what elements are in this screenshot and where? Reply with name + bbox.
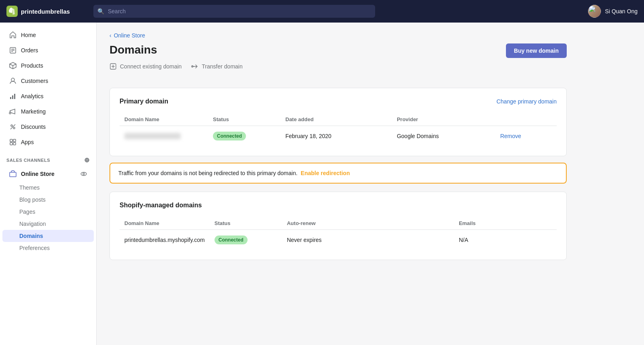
sidebar-label-discounts: Discounts: [21, 124, 45, 130]
remove-domain-link[interactable]: Remove: [500, 133, 521, 139]
orders-icon: [9, 46, 17, 54]
apps-icon: [9, 138, 17, 146]
sidebar-item-orders[interactable]: Orders: [2, 43, 94, 58]
transfer-domain-link[interactable]: Transfer domain: [191, 63, 242, 70]
connect-domain-icon: [109, 63, 117, 70]
sidebar-sub-item-preferences[interactable]: Preferences: [2, 242, 94, 254]
top-navigation: printedumbrellas 🔍 Si Quan Ong: [0, 0, 644, 23]
svg-rect-16: [13, 139, 16, 142]
search-container: 🔍: [93, 5, 375, 18]
svg-point-21: [83, 173, 85, 175]
eye-icon[interactable]: [80, 170, 87, 178]
sidebar-sub-item-navigation[interactable]: Navigation: [2, 218, 94, 230]
primary-domain-header: Primary domain Change primary domain: [120, 98, 557, 105]
analytics-icon: [9, 92, 17, 100]
status-badge: Connected: [213, 132, 246, 140]
brand-logo[interactable]: printedumbrellas: [6, 6, 87, 17]
user-name: Si Quan Ong: [605, 8, 638, 14]
domain-name-cell: [120, 126, 208, 147]
sidebar-label-products: Products: [21, 62, 43, 69]
sales-channels-header: SALES CHANNELS ⊕: [0, 150, 96, 166]
col-header-domain-name-2: Domain Name: [120, 217, 210, 230]
svg-rect-15: [10, 139, 12, 142]
svg-line-5: [10, 64, 13, 66]
products-icon: [9, 62, 17, 70]
sidebar-label-home: Home: [21, 32, 36, 38]
blurred-domain-name: [124, 133, 181, 139]
col-header-status-2: Status: [210, 217, 282, 230]
date-added-cell: February 18, 2020: [281, 126, 392, 147]
alert-message: Traffic from your domains is not being r…: [118, 170, 297, 176]
col-header-actions: [495, 113, 557, 126]
sidebar-label-orders: Orders: [21, 47, 38, 54]
status-cell: Connected: [208, 126, 281, 147]
col-header-provider: Provider: [392, 113, 495, 126]
main-layout: Home Orders Products Customers Analytics: [0, 23, 644, 345]
sidebar-item-home[interactable]: Home: [2, 27, 94, 43]
col-header-status: Status: [208, 113, 281, 126]
sidebar-item-online-store[interactable]: Online Store: [2, 166, 94, 182]
transfer-domain-icon: [191, 63, 198, 70]
customers-icon: [9, 77, 17, 85]
breadcrumb[interactable]: ‹ Online Store: [109, 32, 567, 39]
svg-point-7: [11, 78, 14, 81]
home-icon: [9, 31, 17, 39]
svg-rect-18: [13, 143, 16, 145]
svg-rect-10: [14, 94, 15, 99]
add-sales-channel-icon[interactable]: ⊕: [84, 156, 90, 164]
primary-domain-card: Primary domain Change primary domain Dom…: [109, 88, 567, 156]
page-title: Domains: [109, 43, 243, 56]
enable-redirection-link[interactable]: Enable redirection: [301, 170, 350, 176]
svg-rect-17: [10, 143, 12, 145]
online-store-label: Online Store: [21, 171, 54, 177]
svg-rect-9: [12, 95, 13, 99]
sidebar-item-discounts[interactable]: Discounts: [2, 119, 94, 134]
online-store-icon: [9, 170, 17, 178]
search-icon: 🔍: [97, 8, 104, 14]
sidebar: Home Orders Products Customers Analytics: [0, 23, 97, 345]
col-header-date-added: Date added: [281, 113, 392, 126]
col-header-emails: Emails: [454, 217, 557, 230]
sidebar-item-marketing[interactable]: Marketing: [2, 104, 94, 119]
shopify-domains-title: Shopify-managed domains: [120, 202, 202, 209]
discounts-icon: [9, 123, 17, 131]
chevron-left-icon: ‹: [109, 32, 111, 39]
svg-point-20: [81, 172, 87, 176]
table-row: printedumbrellas.myshopify.com Connected…: [120, 230, 557, 250]
col-header-auto-renew: Auto-renew: [282, 217, 454, 230]
col-header-domain-name: Domain Name: [120, 113, 208, 126]
sidebar-sub-item-domains[interactable]: Domains: [2, 230, 94, 242]
change-primary-domain-link[interactable]: Change primary domain: [497, 98, 557, 105]
marketing-icon: [9, 107, 17, 116]
sidebar-sub-item-pages[interactable]: Pages: [2, 206, 94, 218]
provider-cell: Google Domains: [392, 126, 495, 147]
shopify-icon: [6, 6, 18, 17]
shopify-domains-table: Domain Name Status Auto-renew Emails pri…: [120, 217, 557, 250]
breadcrumb-label: Online Store: [114, 32, 145, 39]
buy-new-domain-button[interactable]: Buy new domain: [506, 43, 567, 58]
connect-existing-domain-link[interactable]: Connect existing domain: [109, 63, 182, 70]
search-input[interactable]: [93, 5, 375, 18]
main-content: ‹ Online Store Domains Connect existing …: [97, 23, 580, 345]
shopify-domain-name-cell: printedumbrellas.myshopify.com: [120, 230, 210, 250]
svg-point-12: [11, 125, 12, 126]
svg-point-13: [13, 127, 15, 129]
emails-cell: N/A: [454, 230, 557, 250]
sidebar-label-marketing: Marketing: [21, 108, 45, 115]
sidebar-item-apps[interactable]: Apps: [2, 134, 94, 150]
sidebar-sub-item-blog-posts[interactable]: Blog posts: [2, 194, 94, 206]
svg-point-11: [9, 112, 11, 114]
sidebar-item-customers[interactable]: Customers: [2, 73, 94, 89]
sidebar-label-analytics: Analytics: [21, 93, 43, 99]
table-row: Connected February 18, 2020 Google Domai…: [120, 126, 557, 147]
user-menu[interactable]: Si Quan Ong: [588, 5, 638, 18]
sidebar-label-customers: Customers: [21, 78, 48, 84]
remove-cell: Remove: [495, 126, 557, 147]
sidebar-item-analytics[interactable]: Analytics: [2, 89, 94, 104]
svg-line-6: [13, 64, 16, 66]
shopify-domains-header: Shopify-managed domains: [120, 202, 557, 209]
svg-rect-8: [10, 97, 11, 99]
sidebar-sub-item-themes[interactable]: Themes: [2, 182, 94, 194]
sidebar-item-products[interactable]: Products: [2, 58, 94, 73]
primary-domain-table: Domain Name Status Date added Provider C…: [120, 113, 557, 146]
